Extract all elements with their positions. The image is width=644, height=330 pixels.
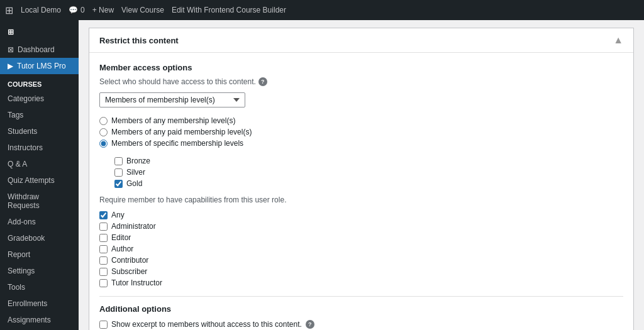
sidebar: ⊞ ⊠ Dashboard ▶ Tutor LMS Pro Courses Ca…	[0, 20, 79, 330]
additional-options-title: Additional options	[99, 304, 623, 314]
comments-link[interactable]: 💬 0	[69, 6, 85, 14]
sidebar-item-dashboard[interactable]: ⊠ Dashboard	[0, 41, 79, 58]
wp-logo-icon: ⊞	[8, 28, 14, 36]
radio-paid-membership[interactable]: Members of any paid membership level(s)	[99, 126, 623, 138]
radio-specific-membership[interactable]: Members of specific membership levels	[99, 138, 623, 149]
excerpt-help-icon[interactable]: ?	[306, 320, 314, 329]
sidebar-item-assignments[interactable]: Assignments	[0, 312, 79, 328]
membership-dropdown-wrapper: Members of membership level(s) Members o…	[99, 92, 623, 107]
divider	[99, 296, 623, 297]
user-roles-group: Any Administrator Editor Author	[99, 209, 623, 289]
member-access-title: Member access options	[99, 63, 623, 72]
view-course-link[interactable]: View Course	[121, 6, 164, 14]
excerpt-checkbox[interactable]	[99, 321, 108, 329]
panel-body: Member access options Select who should …	[89, 53, 633, 330]
membership-radio-group: Members of any membership level(s) Membe…	[99, 115, 623, 149]
admin-bar: ⊞ Local Demo 💬 0 + New View Course Edit …	[0, 0, 644, 20]
sidebar-item-qa[interactable]: Q & A	[0, 156, 79, 172]
checkbox-author[interactable]: Author	[99, 243, 623, 255]
checkbox-subscriber[interactable]: Subscriber	[99, 266, 623, 277]
new-link[interactable]: + New	[92, 6, 114, 14]
radio-any-membership[interactable]: Members of any membership level(s)	[99, 115, 623, 126]
courses-section-header: Courses	[0, 74, 79, 91]
checkbox-bronze[interactable]: Bronze	[114, 155, 623, 167]
tutor-label: Tutor LMS Pro	[17, 62, 66, 70]
membership-levels-group: Bronze Silver Gold	[114, 155, 623, 189]
dashboard-label: Dashboard	[18, 45, 55, 54]
site-name[interactable]: Local Demo	[21, 6, 61, 14]
sidebar-item-enrollments[interactable]: Enrollments	[0, 295, 79, 312]
tutor-icon: ▶	[8, 62, 13, 70]
sidebar-item-withdraw-requests[interactable]: Withdraw Requests	[0, 189, 79, 214]
sidebar-item-categories[interactable]: Categories	[0, 91, 79, 107]
wp-icon: ⊞	[5, 4, 13, 16]
checkbox-administrator[interactable]: Administrator	[99, 221, 623, 232]
sidebar-item-instructors[interactable]: Instructors	[0, 140, 79, 156]
excerpt-label: Show excerpt to members without access t…	[111, 320, 302, 329]
wp-logo: ⊞	[0, 23, 79, 41]
panel-header: Restrict this content ▲	[89, 28, 633, 53]
sidebar-item-students[interactable]: Students	[0, 123, 79, 140]
sidebar-item-addons[interactable]: Add-ons	[0, 214, 79, 230]
sidebar-item-tutor[interactable]: ▶ Tutor LMS Pro	[0, 58, 79, 74]
select-help-text: Select who should have access to this co…	[99, 77, 623, 86]
checkbox-gold[interactable]: Gold	[114, 178, 623, 189]
checkbox-contributor[interactable]: Contributor	[99, 255, 623, 266]
sidebar-item-tags[interactable]: Tags	[0, 107, 79, 123]
checkbox-editor[interactable]: Editor	[99, 232, 623, 243]
panel-collapse-button[interactable]: ▲	[613, 35, 623, 46]
checkbox-tutor-instructor[interactable]: Tutor Instructor	[99, 277, 623, 289]
comment-icon: 💬	[69, 6, 78, 14]
checkbox-silver[interactable]: Silver	[114, 167, 623, 178]
checkbox-any[interactable]: Any	[99, 209, 623, 221]
sidebar-item-settings[interactable]: Settings	[0, 263, 79, 279]
excerpt-row: Show excerpt to members without access t…	[99, 320, 623, 329]
membership-dropdown[interactable]: Members of membership level(s) Members o…	[99, 92, 245, 107]
capabilities-label: Require member to have capabilities from…	[99, 195, 623, 204]
panel-title: Restrict this content	[99, 36, 179, 45]
dashboard-icon: ⊠	[8, 45, 14, 54]
edit-builder-link[interactable]: Edit With Frontend Course Builder	[172, 6, 286, 14]
sidebar-item-report[interactable]: Report	[0, 246, 79, 263]
select-help-icon[interactable]: ?	[258, 77, 267, 86]
sidebar-item-tools[interactable]: Tools	[0, 279, 79, 295]
restrict-content-panel: Restrict this content ▲ Member access op…	[89, 28, 634, 330]
sidebar-item-quiz-attempts[interactable]: Quiz Attempts	[0, 172, 79, 189]
sidebar-item-gradebook[interactable]: Gradebook	[0, 230, 79, 246]
content-area: Restrict this content ▲ Member access op…	[79, 20, 644, 330]
